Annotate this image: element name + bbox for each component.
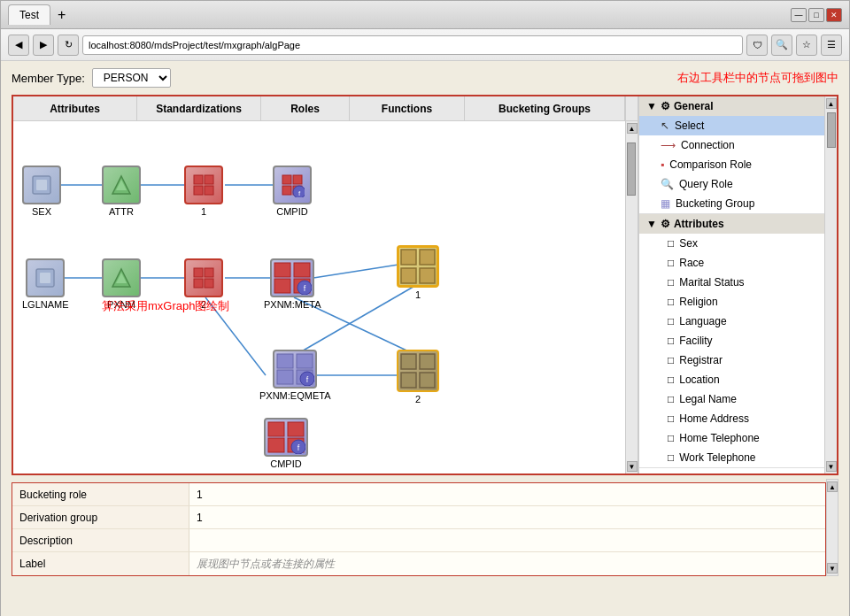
back-button[interactable]: ◀ <box>8 35 29 56</box>
address-bar[interactable] <box>82 35 743 55</box>
prop-label-derivation-group: Derivation group <box>12 506 189 528</box>
shield-icon: 🛡 <box>746 35 768 56</box>
sex-icon: □ <box>668 237 674 250</box>
node-attr1[interactable]: ATTR <box>102 166 141 217</box>
toolbar-item-query-role[interactable]: 🔍 Query Role <box>639 174 824 194</box>
query-icon: 🔍 <box>661 178 674 190</box>
facility-icon: □ <box>668 335 674 347</box>
right-toolbar: ▼ ⚙ General ↖ Select ⟶ Connection <box>638 96 824 474</box>
location-label: Location <box>679 373 719 386</box>
nav-icons: 🛡 🔍 ☆ ☰ <box>746 35 842 56</box>
toolbar-attributes-header[interactable]: ▼ ⚙ Attributes <box>639 214 824 234</box>
toolbar-item-facility[interactable]: □ Facility <box>639 331 824 350</box>
scroll-thumb[interactable] <box>627 142 636 196</box>
properties-panel: Bucketing role 1 Derivation group 1 Desc… <box>12 482 826 576</box>
prop-value-label: 展现图中节点或者连接的属性 <box>189 552 825 575</box>
graph-scroll-area: SEX ATTR <box>13 121 638 474</box>
member-type-select[interactable]: PERSON <box>92 68 171 88</box>
new-tab-button[interactable]: + <box>58 7 66 23</box>
graph-vertical-scrollbar[interactable]: ▲ ▼ <box>625 121 638 474</box>
bucketing-icon: ▦ <box>661 197 670 210</box>
props-scroll-down[interactable]: ▼ <box>827 563 838 574</box>
search-icon[interactable]: 🔍 <box>771 35 792 56</box>
col-header-roles: Roles <box>261 96 350 120</box>
close-button[interactable]: ✕ <box>826 8 842 22</box>
toolbar-item-home-address[interactable]: □ Home Address <box>639 409 824 428</box>
maximize-button[interactable]: □ <box>808 8 824 22</box>
svg-rect-53 <box>268 422 284 436</box>
toolbar-scroll-thumb[interactable] <box>827 112 836 148</box>
node-lglname[interactable]: LGLNAME <box>22 258 69 310</box>
toolbar-item-select[interactable]: ↖ Select <box>639 116 824 135</box>
toolbar-item-marital-status[interactable]: □ Marital Status <box>639 273 824 292</box>
props-scroll-up[interactable]: ▲ <box>827 481 838 492</box>
forward-button[interactable]: ▶ <box>33 35 54 56</box>
minimize-button[interactable]: — <box>791 8 807 22</box>
node-role1[interactable]: 1 <box>184 166 223 217</box>
svg-rect-40 <box>420 250 435 265</box>
prop-value-description <box>189 529 825 551</box>
toolbar-general-header[interactable]: ▼ ⚙ General <box>639 96 824 116</box>
toolbar-item-legal-name[interactable]: □ Legal Name <box>639 389 824 409</box>
node-sex[interactable]: SEX <box>22 166 61 217</box>
right-toolbar-container: ▼ ⚙ General ↖ Select ⟶ Connection <box>638 96 837 474</box>
svg-rect-43 <box>277 354 293 368</box>
general-icon: ⚙ <box>661 100 670 112</box>
browser-tab[interactable]: Test <box>8 4 50 25</box>
title-bar: Test + — □ ✕ <box>1 1 849 29</box>
svg-rect-45 <box>277 370 293 384</box>
toolbar-item-home-telephone[interactable]: □ Home Telephone <box>639 428 824 448</box>
toolbar-scroll-down[interactable]: ▼ <box>826 461 837 472</box>
work-telephone-label: Work Telephone <box>679 451 755 464</box>
hint-text: 右边工具栏中的节点可拖到图中 <box>677 70 838 86</box>
toolbar-item-comparison-role[interactable]: ▪ Comparison Role <box>639 155 824 174</box>
svg-rect-29 <box>194 268 203 277</box>
node-pxnm-meta[interactable]: f PXNM:META <box>264 258 321 310</box>
toolbar-item-connection[interactable]: ⟶ Connection <box>639 135 824 155</box>
node-icon-bucket2 <box>397 350 439 392</box>
toolbar-item-location[interactable]: □ Location <box>639 370 824 389</box>
toolbar-item-work-telephone[interactable]: □ Work Telephone <box>639 448 824 467</box>
facility-label: Facility <box>679 335 712 347</box>
prop-row-description: Description <box>12 529 825 552</box>
toolbar-item-bucketing-group[interactable]: ▦ Bucketing Group <box>639 194 824 213</box>
location-icon: □ <box>668 373 674 386</box>
node-cmpid2[interactable]: f CMPID <box>264 418 308 469</box>
prop-label-bucketing-role: Bucketing role <box>12 483 189 505</box>
toolbar-scroll-up[interactable]: ▲ <box>826 98 837 109</box>
toolbar-item-religion[interactable]: □ Religion <box>639 292 824 312</box>
node-pxnm-eqmeta[interactable]: f PXNM:EQMETA <box>259 350 330 401</box>
node-icon-cmpid1: f <box>273 166 312 204</box>
properties-scrollbar[interactable]: ▲ ▼ <box>826 479 838 576</box>
prop-hint: 展现图中节点或者连接的属性 <box>197 557 335 572</box>
toolbar-vertical-scrollbar[interactable]: ▲ ▼ <box>824 96 837 474</box>
nav-bar: ◀ ▶ ↻ 🛡 🔍 ☆ ☰ <box>1 29 849 61</box>
graph-canvas: SEX ATTR <box>13 121 625 474</box>
race-label: Race <box>679 257 704 269</box>
toolbar-scroll-track <box>826 109 837 461</box>
religion-label: Religion <box>679 296 717 308</box>
node-icon-pxnm-eqmeta: f <box>273 350 317 389</box>
scroll-down-btn[interactable]: ▼ <box>627 461 638 472</box>
reload-button[interactable]: ↻ <box>58 35 79 56</box>
svg-rect-18 <box>194 186 203 195</box>
node-label-role1: 1 <box>201 206 206 217</box>
toolbar-section-attributes: ▼ ⚙ Attributes □ Sex □ Race <box>639 214 824 468</box>
toolbar-item-race[interactable]: □ Race <box>639 253 824 273</box>
scroll-up-btn[interactable]: ▲ <box>627 123 638 134</box>
svg-rect-55 <box>268 438 284 452</box>
toolbar-item-language[interactable]: □ Language <box>639 312 824 331</box>
toolbar-item-sex[interactable]: □ Sex <box>639 234 824 253</box>
node-bucket2[interactable]: 2 <box>397 350 439 404</box>
language-icon: □ <box>668 315 674 327</box>
node-label-sex: SEX <box>32 206 51 217</box>
toolbar-item-registrar[interactable]: □ Registrar <box>639 350 824 370</box>
node-bucket1[interactable]: 1 <box>397 245 439 300</box>
connection-icon: ⟶ <box>661 139 676 151</box>
prop-value-bucketing-role: 1 <box>189 483 825 505</box>
menu-icon[interactable]: ☰ <box>821 35 842 56</box>
home-address-label: Home Address <box>679 412 749 425</box>
alg-note: 算法采用mxGraph图绘制 <box>102 298 229 314</box>
bookmark-icon[interactable]: ☆ <box>796 35 817 56</box>
node-cmpid1[interactable]: f CMPID <box>273 166 312 217</box>
